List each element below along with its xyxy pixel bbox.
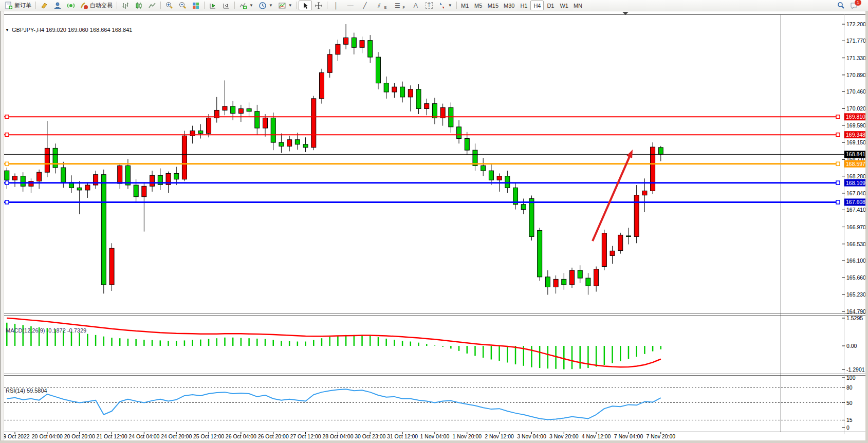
cursor-icon — [301, 2, 309, 10]
notification-badge: 1 — [855, 0, 861, 6]
chart-shift-button[interactable] — [219, 1, 233, 10]
hline-anchor[interactable] — [836, 162, 840, 165]
signals-icon — [67, 2, 75, 10]
bar-chart-button[interactable] — [119, 1, 132, 10]
tf-M15[interactable]: M15 — [485, 1, 501, 10]
line-chart-button[interactable] — [145, 1, 159, 10]
wand-button[interactable] — [38, 1, 51, 10]
text-label-icon: T — [426, 2, 433, 9]
hline-anchor[interactable] — [836, 181, 840, 184]
tile-windows-button[interactable] — [189, 1, 202, 10]
arrows-button[interactable]: ▼ — [435, 1, 455, 10]
zoom-in-icon — [165, 2, 173, 10]
window-right-edge — [865, 11, 868, 443]
time-scale[interactable] — [4, 432, 844, 440]
rsi-panel[interactable] — [4, 375, 781, 432]
zoom-in-button[interactable] — [162, 1, 176, 10]
new-order-button[interactable]: 新订单 — [2, 1, 34, 10]
fibonacci-icon: ☰ — [393, 2, 402, 9]
horizontal-line-button[interactable]: — — [343, 1, 358, 10]
trendline-icon: ╱ — [360, 2, 370, 9]
candlestick-chart-icon — [135, 2, 143, 10]
signals-button[interactable] — [64, 1, 78, 10]
indicators-button[interactable]: ▼ — [236, 1, 256, 10]
candlestick-chart-button[interactable] — [132, 1, 145, 10]
zoom-out-button[interactable] — [176, 1, 189, 10]
profile-icon — [53, 2, 62, 10]
text-label-button[interactable]: T — [423, 1, 435, 10]
auto-trading-label: 自动交易 — [90, 2, 113, 9]
hline-anchor[interactable] — [836, 133, 840, 137]
hline-anchor[interactable] — [836, 115, 840, 119]
separator — [297, 2, 297, 9]
templates-icon — [278, 2, 286, 10]
text-button[interactable]: A — [409, 1, 423, 10]
separator — [327, 2, 327, 9]
line-chart-icon — [148, 2, 156, 10]
trendline-button[interactable]: ╱ — [358, 1, 372, 10]
periods-button[interactable]: ▼ — [256, 1, 275, 10]
separator — [204, 2, 205, 9]
tf-M30[interactable]: M30 — [501, 1, 517, 10]
dropdown-caret: ▼ — [269, 3, 273, 8]
new-order-icon — [5, 2, 13, 10]
price-scale[interactable] — [844, 14, 868, 432]
crosshair-button[interactable] — [312, 1, 325, 10]
dropdown-caret: ▼ — [249, 3, 253, 8]
chat-bubble-icon: 1 — [850, 2, 858, 10]
channel-icon: ⫽ — [375, 2, 384, 9]
separator — [234, 2, 235, 9]
main-plot-area[interactable] — [4, 14, 781, 313]
quick-trade-toggle-icon[interactable]: ▼ — [5, 28, 9, 32]
rsi-legend: RSI(14) 59.5804 — [6, 387, 47, 394]
search-icon — [837, 2, 845, 10]
auto-scroll-icon — [209, 2, 217, 10]
toolbar: 新订单 自动交易 — [0, 0, 868, 11]
zoom-out-icon — [178, 2, 187, 10]
tile-windows-icon — [192, 2, 200, 10]
clock-icon — [258, 2, 267, 10]
separator — [160, 2, 161, 9]
macd-legend: MACD(12,26,9) -0.1872 -0.7329 — [6, 327, 86, 334]
tf-D1[interactable]: D1 — [544, 1, 557, 10]
tf-M1[interactable]: M1 — [458, 1, 472, 10]
templates-button[interactable]: ▼ — [275, 1, 295, 10]
chart-legend: ▼GBPJPY-,H4 169.020 169.060 168.664 168.… — [5, 27, 132, 33]
equidistant-channel-button[interactable]: ⫽E — [372, 1, 391, 10]
auto-trading-button[interactable]: 自动交易 — [78, 1, 115, 10]
wand-icon — [40, 2, 48, 10]
vertical-line-icon: │ — [331, 2, 341, 9]
horizontal-line-icon: — — [346, 2, 355, 9]
text-icon: A — [411, 2, 420, 9]
separator — [456, 2, 457, 9]
separator — [117, 2, 117, 9]
chart-shift-icon — [222, 2, 230, 10]
bar-chart-icon — [121, 2, 130, 10]
tf-M5[interactable]: M5 — [472, 1, 485, 10]
notifications-button[interactable]: 1 — [847, 1, 861, 10]
auto-trading-icon — [80, 2, 88, 10]
hline-anchor[interactable] — [836, 200, 840, 204]
cursor-button[interactable] — [299, 1, 312, 10]
separator — [35, 2, 36, 9]
indicators-icon — [239, 2, 247, 10]
profile-button[interactable] — [51, 1, 64, 10]
arrows-icon — [438, 2, 446, 10]
symbol-ohlc-label: GBPJPY-,H4 169.020 169.060 168.664 168.8… — [12, 27, 132, 33]
crosshair-icon — [315, 2, 323, 10]
window-left-edge — [0, 11, 4, 440]
timeframe-bar: M1M5M15M30H1H4D1W1MN — [458, 1, 585, 10]
tf-MN[interactable]: MN — [571, 1, 585, 10]
new-order-label: 新订单 — [14, 2, 31, 9]
tf-H4[interactable]: H4 — [530, 1, 544, 10]
window-bottom-edge — [0, 440, 868, 443]
tf-W1[interactable]: W1 — [557, 1, 571, 10]
fibonacci-button[interactable]: ☰F — [390, 1, 408, 10]
dropdown-caret: ▼ — [288, 3, 292, 8]
vertical-line-button[interactable]: │ — [329, 1, 343, 10]
search-button[interactable] — [834, 1, 847, 10]
tf-H1[interactable]: H1 — [517, 1, 530, 10]
macd-panel[interactable] — [4, 315, 781, 374]
dropdown-caret: ▼ — [448, 3, 452, 8]
auto-scroll-button[interactable] — [206, 1, 219, 10]
